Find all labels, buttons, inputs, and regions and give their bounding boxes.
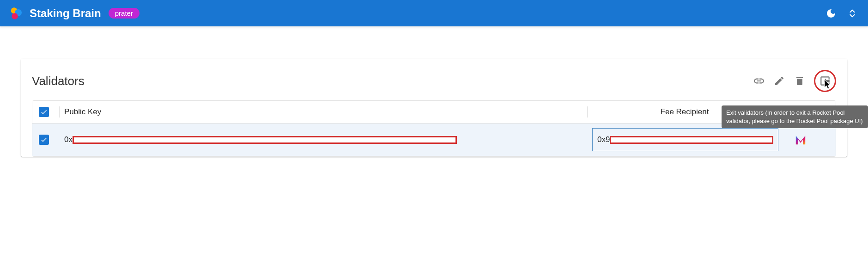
card-header: Validators (32, 70, 836, 92)
card-title: Validators (32, 74, 753, 88)
header-divider (59, 106, 60, 118)
fee-prefix: 0x9 (597, 135, 610, 144)
exit-icon (819, 75, 831, 87)
table-header-row: Public Key Fee Recipient (32, 101, 836, 124)
tag-cell (778, 132, 823, 148)
exit-validators-button[interactable] (814, 70, 836, 92)
fee-redacted (610, 136, 773, 144)
expand-icon[interactable] (846, 7, 859, 20)
column-header-pubkey[interactable]: Public Key (64, 107, 587, 117)
select-all-cell (39, 107, 59, 117)
column-header-fee-label: Fee Recipient (661, 107, 709, 117)
header-divider (587, 106, 588, 118)
toolbar (753, 70, 836, 92)
link-icon[interactable] (753, 75, 765, 87)
table-row[interactable]: 0x 0x9 (32, 124, 836, 156)
network-chip: prater (109, 8, 140, 19)
pubkey-cell: 0x (64, 135, 587, 144)
app-bar: Staking Brain prater (0, 0, 868, 26)
exit-tooltip: Exit validators (In order to exit a Rock… (722, 105, 868, 128)
main-content: Validators (0, 26, 868, 157)
pubkey-prefix: 0x (64, 135, 73, 144)
app-title: Staking Brain (30, 7, 101, 20)
validators-table: Public Key Fee Recipient 0x (32, 100, 836, 157)
edit-icon[interactable] (773, 75, 785, 87)
row-select-cell (39, 135, 59, 145)
app-logo (9, 6, 23, 20)
column-header-pubkey-label: Public Key (64, 107, 101, 117)
select-all-checkbox[interactable] (39, 107, 49, 117)
tag-logo-icon (793, 132, 808, 148)
delete-icon[interactable] (794, 75, 806, 87)
svg-point-2 (12, 13, 18, 19)
fee-cell[interactable]: 0x9 (592, 135, 778, 145)
pubkey-redacted (73, 136, 457, 144)
row-checkbox[interactable] (39, 135, 49, 145)
theme-toggle-icon[interactable] (825, 7, 838, 20)
